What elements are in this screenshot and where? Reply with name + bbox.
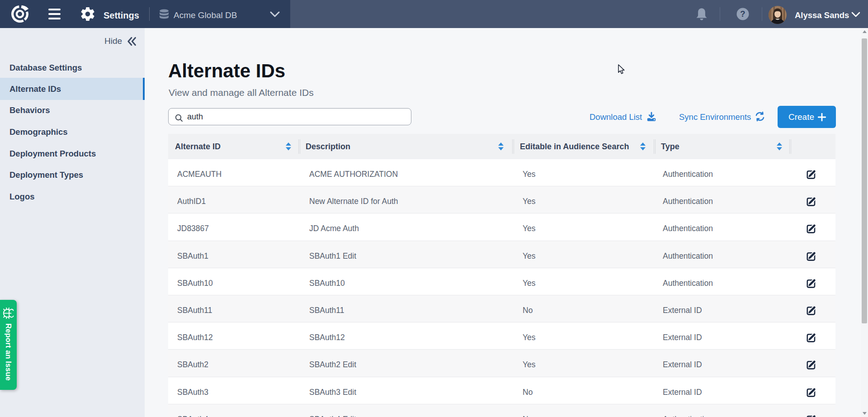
- svg-text:?: ?: [740, 9, 745, 19]
